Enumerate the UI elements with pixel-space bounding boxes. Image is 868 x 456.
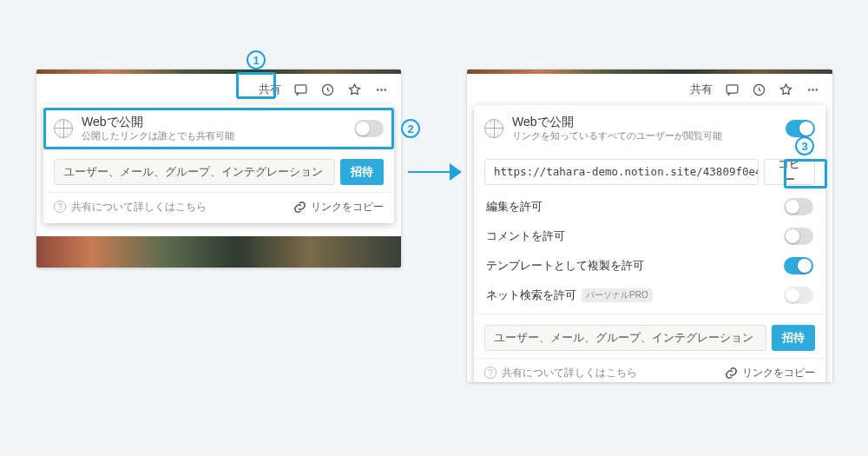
arrow-right-icon [408, 163, 462, 181]
invite-button[interactable]: 招待 [340, 159, 384, 185]
share-panel-after: 共有 Webで公開 リンクを知っているすべてのユーザーが閲覧可能 https:/… [467, 69, 832, 382]
learn-more-link[interactable]: ? 共有について詳しくはこちら [484, 366, 724, 380]
invite-button[interactable]: 招待 [772, 325, 815, 351]
perm-toggle[interactable] [784, 257, 813, 274]
perm-label: コメントを許可 [486, 228, 565, 244]
globe-icon [484, 119, 503, 138]
web-publish-row[interactable]: Webで公開 リンクを知っているすべてのユーザーが閲覧可能 [474, 105, 825, 152]
web-publish-row[interactable]: Webで公開 公開したリンクは誰とでも共有可能 [43, 105, 394, 152]
popover-footer: ? 共有について詳しくはこちら リンクをコピー [474, 358, 825, 382]
perm-allow-edit[interactable]: 編集を許可 [474, 192, 825, 221]
page-toolbar: 共有 [467, 74, 832, 105]
svg-rect-5 [727, 84, 738, 92]
web-publish-toggle[interactable] [354, 120, 384, 137]
invite-row: ユーザー、メール、グループ、インテグレーション 招待 [474, 314, 825, 358]
clock-icon[interactable] [320, 83, 335, 97]
copy-link-button[interactable]: リンクをコピー [293, 200, 384, 215]
perm-allow-search[interactable]: ネット検索を許可 パーソナルPRO [474, 281, 825, 310]
web-publish-sub: 公開したリンクは誰とでも共有可能 [82, 129, 354, 142]
share-button[interactable]: 共有 [690, 82, 713, 97]
more-icon[interactable] [374, 83, 389, 97]
svg-point-7 [808, 89, 810, 90]
page-cover-photo [36, 236, 401, 268]
web-publish-sub: リンクを知っているすべてのユーザーが閲覧可能 [512, 129, 786, 142]
copy-link-text: リンクをコピー [311, 200, 384, 215]
more-icon[interactable] [806, 83, 820, 97]
help-icon: ? [484, 367, 496, 379]
perm-toggle [784, 287, 813, 304]
svg-rect-0 [295, 84, 306, 92]
svg-point-2 [377, 89, 378, 90]
perm-allow-comment[interactable]: コメントを許可 [474, 221, 825, 251]
popover-footer: ? 共有について詳しくはこちら リンクをコピー [43, 192, 394, 218]
copy-url-button[interactable]: コピー [764, 159, 815, 185]
invite-row: ユーザー、メール、グループ、インテグレーション 招待 [43, 152, 394, 192]
comment-icon[interactable] [293, 83, 308, 97]
learn-more-link[interactable]: ? 共有について詳しくはこちら [54, 200, 293, 215]
callout-number-3: 3 [795, 136, 814, 155]
share-popover: Webで公開 リンクを知っているすべてのユーザーが閲覧可能 https://ta… [474, 105, 825, 382]
learn-more-text: 共有について詳しくはこちら [71, 200, 207, 215]
globe-icon [54, 119, 73, 138]
share-panel-before: 共有 Webで公開 公開したリンクは誰とでも共有可能 ユーザー、メール、グループ… [36, 69, 401, 268]
perm-label: ネット検索を許可 [486, 287, 576, 303]
help-icon: ? [54, 201, 66, 213]
web-publish-title: Webで公開 [512, 114, 786, 129]
public-url-field[interactable]: https://tahara-demo.notion.site/43809f0e… [484, 159, 759, 185]
url-row: https://tahara-demo.notion.site/43809f0e… [474, 152, 825, 192]
comment-icon[interactable] [725, 83, 740, 97]
invite-input[interactable]: ユーザー、メール、グループ、インテグレーション [484, 325, 766, 351]
clock-icon[interactable] [752, 83, 766, 97]
learn-more-text: 共有について詳しくはこちら [502, 366, 637, 380]
share-popover: Webで公開 公開したリンクは誰とでも共有可能 ユーザー、メール、グループ、イン… [43, 105, 394, 223]
perm-label: テンプレートとして複製を許可 [486, 258, 644, 274]
invite-input[interactable]: ユーザー、メール、グループ、インテグレーション [54, 159, 335, 185]
link-icon [724, 366, 739, 380]
link-icon [293, 200, 307, 215]
perm-toggle[interactable] [784, 228, 813, 245]
copy-link-button[interactable]: リンクをコピー [724, 366, 815, 380]
web-publish-toggle[interactable] [786, 120, 815, 137]
web-publish-title: Webで公開 [82, 114, 354, 129]
callout-number-1: 1 [247, 50, 266, 69]
share-button[interactable]: 共有 [259, 82, 281, 97]
star-icon[interactable] [347, 83, 362, 97]
pro-badge: パーソナルPRO [582, 288, 653, 302]
page-toolbar: 共有 [36, 74, 401, 105]
perm-allow-duplicate[interactable]: テンプレートとして複製を許可 [474, 251, 825, 281]
svg-point-4 [385, 89, 386, 90]
copy-link-text: リンクをコピー [742, 366, 815, 380]
star-icon[interactable] [779, 83, 793, 97]
perm-toggle[interactable] [784, 198, 813, 215]
callout-number-2: 2 [401, 119, 420, 138]
svg-point-8 [812, 89, 813, 90]
perm-label: 編集を許可 [486, 199, 542, 215]
svg-point-9 [816, 89, 818, 90]
svg-point-3 [380, 89, 382, 90]
